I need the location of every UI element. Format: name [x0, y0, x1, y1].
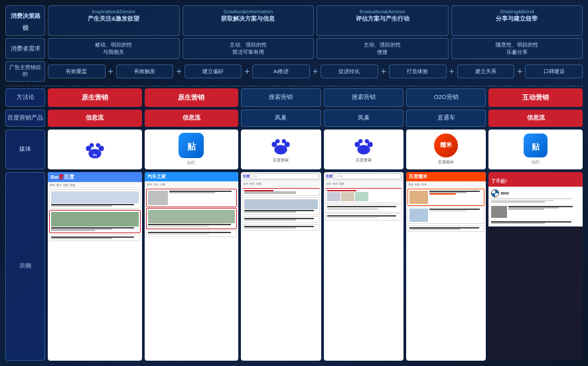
- product-interactive: 信息流: [488, 110, 583, 127]
- screenshot-native1: Bai度百度 网页图片地图视频: [48, 172, 142, 361]
- ds-card2-img: [491, 206, 507, 218]
- phase-2-title: 获取解决方案与信息: [187, 15, 310, 23]
- title-s2-3: [327, 215, 397, 217]
- svg-text:贴: 贴: [531, 141, 540, 151]
- examples-label: 示例: [5, 172, 45, 361]
- nuomi-header-text: 百度糯米: [409, 173, 427, 180]
- col-o2o: O2O营销 直通车 糯米 百度糯米: [406, 88, 486, 361]
- card-o2o-1: [407, 189, 484, 206]
- plus-3: +: [244, 66, 250, 76]
- ad-obj-6: 打造体验: [389, 64, 447, 78]
- example-search1: 百度 汽车 全部资讯地图: [241, 172, 321, 361]
- svg-point-10: [275, 139, 279, 143]
- tieba2-label: 贴吧: [532, 159, 540, 165]
- ad-obj-8: 口碑建设: [525, 64, 583, 78]
- card-row-n2-1: [148, 191, 236, 205]
- svg-point-3: [90, 143, 94, 147]
- tieba2-icon: 贴: [524, 134, 548, 157]
- ds-card3: [490, 220, 581, 225]
- product-search1: 凤巢: [241, 110, 321, 127]
- phase-4: Sharing&Bond 分享与建立纽带: [451, 5, 583, 36]
- phase-1-title: 产生关注&激发欲望: [52, 15, 175, 23]
- card-sub-n1-3: [51, 238, 112, 239]
- ad-obj-1: 有效覆盖: [48, 64, 106, 78]
- svg-point-4: [96, 143, 100, 147]
- tieba-logo-container: 贴 贴吧: [179, 133, 204, 166]
- baidu-search2-icon: [353, 135, 374, 156]
- method-native1: 原生营销: [48, 88, 142, 107]
- svg-point-16: [364, 139, 368, 143]
- phase-1: Inspiration&Desire 产生关注&激发欲望: [48, 5, 180, 36]
- method-search2: 搜索营销: [324, 88, 404, 107]
- card-s2-1: [325, 188, 402, 203]
- media-search1: 百度搜索: [241, 130, 321, 169]
- card-s2-3: [325, 213, 402, 221]
- nuomi-logo-container: 糯米 百度糯米: [434, 134, 458, 165]
- journey-row: 消费决策路径 Inspiration&Desire 产生关注&激发欲望 Solu…: [5, 5, 583, 36]
- sm-header-o2o: 百度糯米: [406, 172, 486, 182]
- col-search2: 搜索营销 凤巢 百度搜索: [324, 88, 404, 361]
- method-search1: 搜索营销: [241, 88, 321, 107]
- sm-header-n2: 汽车之家: [145, 172, 239, 182]
- screenshot-search2: 百度 二手车 全部资讯地图: [324, 172, 404, 361]
- title-s2-2: [327, 206, 397, 207]
- phase-1-subtitle: Inspiration&Desire: [52, 9, 175, 15]
- product-search2: 凤巢: [324, 110, 404, 127]
- ds-card2-text: [508, 206, 580, 218]
- phase-3-subtitle: Evaluation&Access: [321, 9, 444, 15]
- sm-nav-n1: 网页图片地图视频: [48, 183, 142, 188]
- product-o2o: 直通车: [406, 110, 486, 127]
- card-n1-1: [49, 189, 141, 209]
- products-label: 百度营销产品: [5, 110, 45, 127]
- ad-obj-4: Ai推进: [252, 64, 310, 78]
- card-n2-3: [146, 230, 238, 237]
- need-4: 随意性、弱目的性 乐趣分享: [451, 38, 583, 59]
- sm-nav-s1: 全部资讯地图: [241, 181, 321, 187]
- screenshot-interactive: 了不起! BMW: [488, 172, 583, 361]
- sub-s1-3: [244, 219, 295, 221]
- bottom-section: 方法论 百度营销产品 媒体 示例 原生营销 信息流: [5, 88, 583, 361]
- col-native1: 原生营销 信息流 du: [48, 88, 142, 361]
- img-n2-2: [148, 210, 236, 223]
- sub-s2-3: [327, 217, 378, 219]
- sm-header-n1: Bai度百度: [48, 172, 142, 183]
- sm-content-o2o: [406, 187, 486, 234]
- media-label: 媒体: [5, 130, 45, 169]
- ds-card2-sub2: [508, 209, 544, 210]
- card-s1-1: [242, 188, 319, 197]
- sub-o2o-3: [409, 229, 461, 230]
- sub-n2-1: [169, 192, 216, 193]
- sub2-s1-1: [244, 193, 295, 194]
- media-o2o: 糯米 百度糯米: [406, 130, 486, 169]
- ad-obj-2: 有效触发: [116, 64, 174, 78]
- consumer-needs-row: 消费者需求 被动、弱目的性 与我相关 主动、强目的性 简洁可靠有用 主动、强目的…: [5, 38, 583, 59]
- ad-objectives-label: 广告主营销目的: [5, 61, 45, 82]
- tieba-label: 贴吧: [187, 160, 195, 166]
- bmw-brand: BMW: [500, 191, 509, 195]
- nuomi-label: 百度糯米: [438, 159, 454, 165]
- nuomi-text: 糯米: [440, 141, 452, 149]
- sub-s1-2: [244, 211, 295, 213]
- sub-s1-4: [244, 227, 295, 229]
- phase-2: Solution&Information 获取解决方案与信息: [183, 5, 315, 36]
- sub-n2-3: [148, 234, 209, 235]
- methodology-label: 方法论: [5, 88, 45, 107]
- card-img-n1-1: [51, 191, 139, 203]
- sub-o2o-2: [429, 211, 467, 212]
- search-box-s2: 二手车: [333, 173, 402, 179]
- card-s1-3: [242, 216, 319, 223]
- card-n1-2: [49, 210, 141, 234]
- bmw-logo: [491, 189, 499, 197]
- plus-7: +: [517, 66, 522, 76]
- thumb-n2-1: [148, 191, 168, 205]
- baidu-search2-container: 百度搜索: [353, 135, 374, 163]
- main-container: 消费决策路径 Inspiration&Desire 产生关注&激发欲望 Solu…: [0, 0, 588, 366]
- sm-content-n1: [48, 188, 142, 244]
- phase-4-title: 分享与建立纽带: [456, 15, 579, 23]
- sm-nav-n2: 资讯论坛口碑: [145, 182, 239, 187]
- col-search1: 搜索营销 凤巢 百度搜索: [241, 88, 321, 361]
- card-s1-2: [242, 197, 319, 215]
- example-native1: Bai度百度 网页图片地图视频: [48, 172, 142, 361]
- img-s2-1b: [341, 192, 354, 201]
- svg-point-15: [358, 139, 362, 143]
